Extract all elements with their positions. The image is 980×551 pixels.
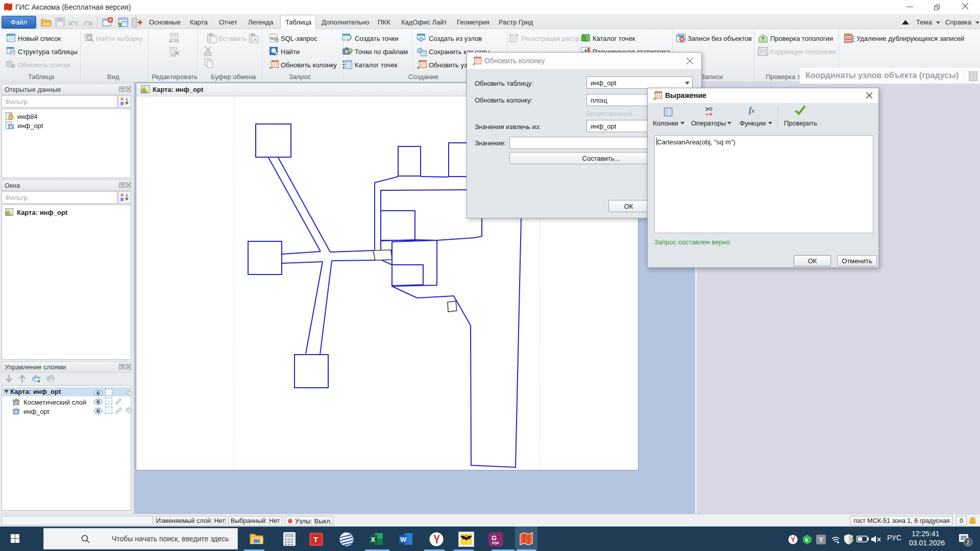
svg-text:G: G xyxy=(492,534,497,542)
svg-text:k: k xyxy=(805,537,809,543)
svg-text:W: W xyxy=(400,536,407,543)
svg-text:T: T xyxy=(313,535,318,544)
svg-text:A: A xyxy=(254,37,257,42)
svg-text:PDF: PDF xyxy=(492,541,500,545)
svg-text:SQL: SQL xyxy=(271,36,279,41)
svg-text:X: X xyxy=(371,536,376,543)
svg-text:?: ? xyxy=(761,36,765,42)
